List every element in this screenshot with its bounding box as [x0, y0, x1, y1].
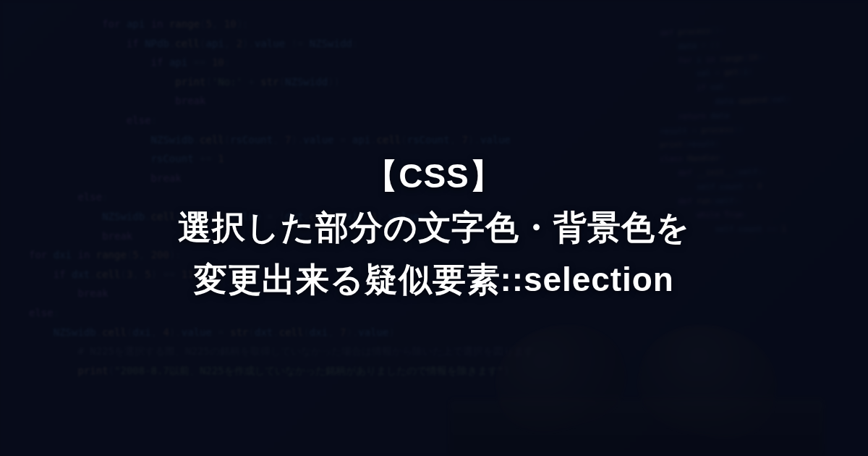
- title-line-3: 変更出来る疑似要素::selection: [194, 254, 673, 305]
- title-line-2: 選択した部分の文字色・背景色を: [178, 202, 690, 253]
- title-line-1: 【CSS】: [365, 151, 503, 202]
- title-container: 【CSS】 選択した部分の文字色・背景色を 変更出来る疑似要素::selecti…: [0, 0, 868, 456]
